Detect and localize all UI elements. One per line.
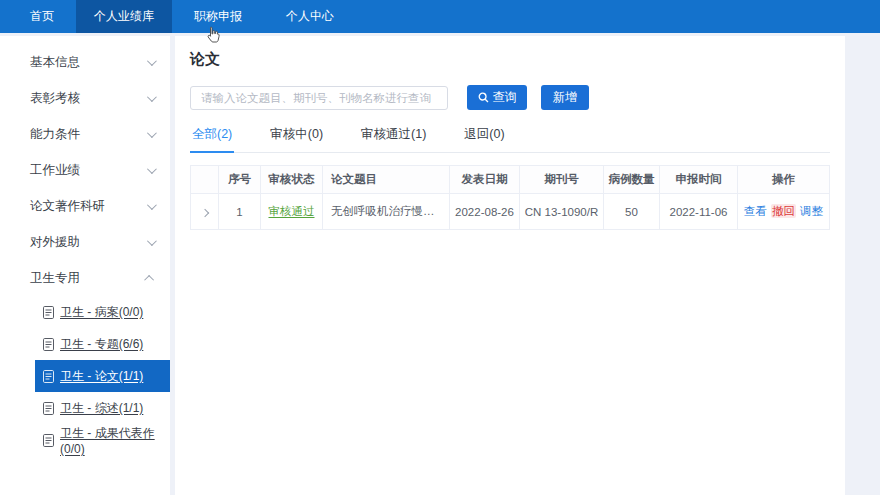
sidebar-item-label: 基本信息: [30, 54, 147, 71]
header-actions: 操作: [738, 166, 830, 194]
view-link[interactable]: 查看: [744, 205, 767, 217]
expand-row-icon[interactable]: [200, 208, 208, 216]
header-seq: 序号: [219, 166, 261, 194]
page: 首页 个人业绩库 职称申报 个人中心 基本信息 表彰考核 能力条件 工作业绩 论…: [0, 0, 880, 495]
cell-case-count: 50: [604, 194, 660, 230]
sidebar-subitem-health-special-topic[interactable]: 卫生 - 专题(6/6): [35, 328, 170, 360]
top-nav: 首页 个人业绩库 职称申报 个人中心: [0, 0, 880, 33]
sidebar-subitem-label: 卫生 - 论文(1/1): [60, 368, 143, 385]
nav-item-home[interactable]: 首页: [8, 0, 76, 33]
chevron-down-icon: [147, 164, 157, 174]
adjust-link[interactable]: 调整: [800, 205, 823, 217]
document-icon: [43, 402, 54, 415]
chevron-down-icon: [147, 128, 157, 138]
header-publish-date: 发表日期: [450, 166, 520, 194]
sidebar-item-label: 能力条件: [30, 126, 147, 143]
header-journal-no: 期刊号: [520, 166, 604, 194]
document-icon: [43, 306, 54, 319]
header-expand: [191, 166, 219, 194]
search-icon: [478, 92, 489, 103]
toolbar: 查询 新增: [190, 85, 830, 110]
add-button[interactable]: 新增: [541, 85, 589, 110]
header-case-count: 病例数量: [604, 166, 660, 194]
status-badge: 审核通过: [269, 205, 315, 217]
sidebar-subitem-label: 卫生 - 病案(0/0): [60, 304, 143, 321]
page-title: 论文: [190, 50, 830, 69]
query-button-label: 查询: [493, 89, 517, 106]
cell-seq: 1: [219, 194, 261, 230]
chevron-down-icon: [147, 56, 157, 66]
sidebar-item-label: 卫生专用: [30, 270, 147, 287]
query-button[interactable]: 查询: [467, 85, 527, 110]
sidebar-item-label: 论文著作科研: [30, 198, 147, 215]
document-icon: [43, 434, 54, 447]
table-row: 1 审核通过 无创呼吸机治疗慢性阻塞性肺疾病过程中人... 2022-08-26…: [191, 194, 830, 230]
table-header-row: 序号 审核状态 论文题目 发表日期 期刊号 病例数量 申报时间 操作: [191, 166, 830, 194]
cell-journal-no: CN 13-1090/R: [520, 194, 604, 230]
document-icon: [43, 370, 54, 383]
header-apply-time: 申报时间: [660, 166, 738, 194]
sidebar-item-foreign-aid[interactable]: 对外援助: [0, 224, 170, 260]
chevron-down-icon: [147, 92, 157, 102]
mouse-cursor-icon: [206, 26, 221, 48]
sidebar-item-label: 表彰考核: [30, 90, 147, 107]
sidebar-item-commendation-assessment[interactable]: 表彰考核: [0, 80, 170, 116]
sidebar-subitem-health-medical-records[interactable]: 卫生 - 病案(0/0): [35, 296, 170, 328]
header-title: 论文题目: [323, 166, 450, 194]
withdraw-link[interactable]: 撤回: [771, 204, 796, 218]
sidebar-item-papers-research[interactable]: 论文著作科研: [0, 188, 170, 224]
sidebar-item-work-performance[interactable]: 工作业绩: [0, 152, 170, 188]
sidebar-item-label: 对外援助: [30, 234, 147, 251]
sidebar-subitem-health-papers[interactable]: 卫生 - 论文(1/1): [35, 360, 170, 392]
nav-item-personal-performance-library[interactable]: 个人业绩库: [76, 0, 172, 33]
sidebar-subitem-label: 卫生 - 专题(6/6): [60, 336, 143, 353]
sidebar-item-basic-info[interactable]: 基本信息: [0, 44, 170, 80]
tab-returned[interactable]: 退回(0): [462, 126, 506, 152]
cell-apply-time: 2022-11-06: [660, 194, 738, 230]
tab-in-review[interactable]: 审核中(0): [268, 126, 325, 152]
tab-approved[interactable]: 审核通过(1): [359, 126, 428, 152]
tab-all[interactable]: 全部(2): [190, 126, 234, 152]
cell-publish-date: 2022-08-26: [450, 194, 520, 230]
header-status: 审核状态: [261, 166, 323, 194]
cell-actions: 查看撤回调整: [738, 194, 830, 230]
sidebar-subitem-health-review[interactable]: 卫生 - 综述(1/1): [35, 392, 170, 424]
nav-item-personal-center[interactable]: 个人中心: [264, 0, 356, 33]
sidebar-item-ability-conditions[interactable]: 能力条件: [0, 116, 170, 152]
sidebar-subitem-label: 卫生 - 综述(1/1): [60, 400, 143, 417]
sidebar-item-label: 工作业绩: [30, 162, 147, 179]
sidebar-item-health-dedicated[interactable]: 卫生专用: [0, 260, 170, 296]
sidebar-subitem-label: 卫生 - 成果代表作(0/0): [60, 425, 170, 456]
sidebar: 基本信息 表彰考核 能力条件 工作业绩 论文著作科研 对外援助 卫生专用: [0, 36, 170, 495]
papers-table: 序号 审核状态 论文题目 发表日期 期刊号 病例数量 申报时间 操作 1 审核通…: [190, 165, 830, 230]
sidebar-subitem-health-representative-works[interactable]: 卫生 - 成果代表作(0/0): [35, 424, 170, 456]
tab-bar: 全部(2) 审核中(0) 审核通过(1) 退回(0): [190, 126, 830, 153]
chevron-down-icon: [147, 200, 157, 210]
main-content: 论文 查询 新增 全部(2) 审核中(0) 审核通过(1) 退回(0): [175, 36, 845, 495]
document-icon: [43, 338, 54, 351]
cell-paper-title: 无创呼吸机治疗慢性阻塞性肺疾病过程中人...: [323, 194, 450, 230]
search-input[interactable]: [190, 86, 448, 110]
chevron-down-icon: [147, 236, 157, 246]
